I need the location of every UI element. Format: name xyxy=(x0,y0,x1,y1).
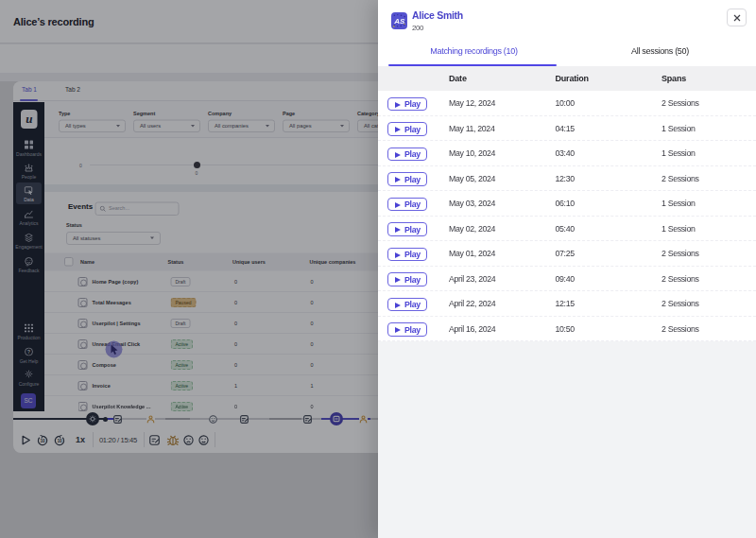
svg-text:AS: AS xyxy=(393,17,405,26)
